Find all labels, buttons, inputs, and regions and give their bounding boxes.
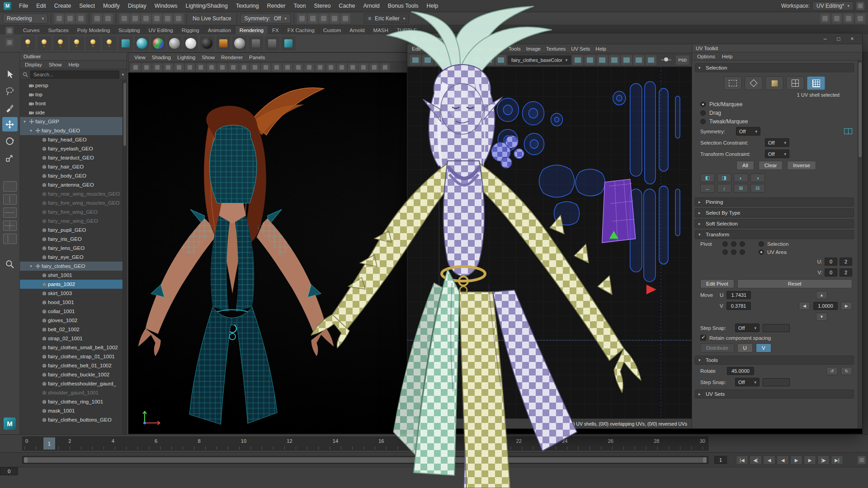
outliner-row-fairy-fore-wing-geo[interactable]: fairy_fore_wing_GEO xyxy=(20,207,127,216)
retain-spacing-row[interactable]: Retain component spacing xyxy=(693,333,856,342)
lighting-icon[interactable] xyxy=(315,63,325,71)
move-right-button[interactable]: ▶ xyxy=(841,302,852,310)
step-back-button[interactable]: ◀ xyxy=(763,455,775,465)
section-pinning[interactable]: ▸Pinning xyxy=(695,197,854,206)
outliner-row-shoulder-gaurd-1001[interactable]: shoulder_gaurd_1001 xyxy=(20,388,127,397)
outliner-row-skirt-1003[interactable]: skirt_1003 xyxy=(20,289,127,298)
ambient-light-icon[interactable] xyxy=(37,36,52,51)
scale-tool[interactable] xyxy=(2,150,18,165)
three-pane-layout[interactable] xyxy=(3,207,17,218)
psd-button[interactable]: PSD xyxy=(676,56,689,65)
menu-file[interactable]: File xyxy=(15,0,32,11)
menu-display[interactable]: Display xyxy=(124,0,151,11)
selection-constraint-dropdown[interactable]: Off ▾ xyxy=(765,138,789,147)
snap-to-point-icon[interactable] xyxy=(141,14,151,23)
rotate-angle-field[interactable]: 45.0000 xyxy=(727,367,754,375)
two-pane-layout[interactable] xyxy=(3,194,17,205)
select-face-icon[interactable] xyxy=(765,76,783,90)
texture-selector[interactable]: fairy_clothes_baseColor ▾ xyxy=(508,56,571,65)
undo-icon[interactable] xyxy=(92,14,102,23)
move-step-field[interactable]: 1.0000 xyxy=(813,302,838,310)
redo-icon[interactable] xyxy=(103,14,113,23)
outliner-row-hood-1001[interactable]: hood_1001 xyxy=(20,298,127,307)
workspace-selector[interactable]: UV Editing* ▾ xyxy=(812,1,854,10)
resolution-gate-icon[interactable] xyxy=(228,63,238,71)
section-select-by-type[interactable]: ▸Select By Type xyxy=(695,208,854,217)
pivot-position-radio[interactable] xyxy=(740,249,745,255)
exposure-icon[interactable] xyxy=(380,63,390,71)
outliner-row-fairy-body-geo[interactable]: ▾fairy_body_GEO xyxy=(20,126,127,135)
section-selection[interactable]: ▾ Selection xyxy=(695,63,854,72)
phong-material-icon[interactable] xyxy=(200,36,214,51)
uv-toolkit-scrollbar[interactable] xyxy=(858,61,862,428)
shelf-tab-fx[interactable]: FX xyxy=(268,26,283,34)
x-ray-icon[interactable] xyxy=(369,63,379,71)
shelf-menu-icon[interactable] xyxy=(5,27,14,35)
file-texture-icon[interactable] xyxy=(265,36,279,51)
select-camera-icon[interactable] xyxy=(131,63,141,71)
select-tool[interactable] xyxy=(2,67,18,81)
select-uv-shell-icon[interactable] xyxy=(807,76,825,90)
volume-light-icon[interactable] xyxy=(102,36,117,51)
point-light-icon[interactable] xyxy=(70,36,84,51)
outliner-menu-help[interactable]: Help xyxy=(66,61,83,68)
toggle-attribute-editor-icon[interactable] xyxy=(820,14,830,23)
uv-editor-menu-select[interactable]: Select xyxy=(440,45,460,52)
outliner-row-fairy-clothes-belt-01-1002[interactable]: fairy_clothes_belt_01_1002 xyxy=(20,361,127,370)
pivot-u-min-field[interactable]: 0 xyxy=(825,258,837,266)
image-dim-slider[interactable] xyxy=(661,59,671,61)
lambert-material-icon[interactable] xyxy=(184,36,198,51)
pivot-uv-area-radio[interactable] xyxy=(759,249,764,255)
outliner-row-gloves-1002[interactable]: gloves_1002 xyxy=(20,316,127,325)
move-v-field[interactable]: 0.3781 xyxy=(726,302,751,310)
move-tool[interactable] xyxy=(2,117,18,131)
outliner-row-fairy-clothes-geo[interactable]: ▾fairy_clothes_GEO xyxy=(20,262,127,271)
outliner-row-fairy-iris-geo[interactable]: fairy_iris_GEO xyxy=(20,235,127,244)
search-input[interactable]: Search... xyxy=(30,70,119,79)
shelf-tab-surfaces[interactable]: Surfaces xyxy=(44,26,73,34)
distribute-button[interactable]: Distribute xyxy=(700,343,734,352)
grow-selection-icon[interactable]: ◧ xyxy=(700,174,715,182)
blinn-material-icon[interactable] xyxy=(167,36,182,51)
spot-light-icon[interactable] xyxy=(86,36,100,51)
outliner-row-fairy-clothes-ring-1001[interactable]: fairy_clothes_ring_1001 xyxy=(20,397,127,406)
go-to-start-button[interactable]: |◀ xyxy=(736,455,748,465)
all-button[interactable]: All xyxy=(736,161,754,170)
safe-title-icon[interactable] xyxy=(272,63,282,71)
uv-editor-menu-tools[interactable]: Tools xyxy=(506,45,524,52)
pivot-position-radio[interactable] xyxy=(731,249,736,255)
uv-editor-menu-textures[interactable]: Textures xyxy=(543,45,568,52)
shade-uvs-icon[interactable] xyxy=(609,55,620,65)
menu-bonus-tools[interactable]: Bonus Tools xyxy=(384,0,423,11)
new-scene-icon[interactable] xyxy=(54,14,64,23)
shelf-tab-rendering[interactable]: Rendering xyxy=(236,26,268,34)
uv-editor-menu-edit[interactable]: Edit xyxy=(409,45,424,52)
select-edge-loop-icon[interactable]: ↔ xyxy=(700,184,715,192)
isolate-select-icon[interactable] xyxy=(359,63,368,71)
outliner-row-fairy-clothes-buttons-geo[interactable]: fairy_clothes_buttons_GEO xyxy=(20,415,127,424)
outliner-row-belt-02-1002[interactable]: belt_02_1002 xyxy=(20,325,127,334)
menu-set-selector[interactable]: Rendering ▾ xyxy=(3,14,48,23)
menu-stereo[interactable]: Stereo xyxy=(310,0,335,11)
shelf-tab-uv-editing[interactable]: UV Editing xyxy=(144,26,177,34)
inverse-button[interactable]: Inverse xyxy=(787,161,816,170)
workspace-options-icon[interactable] xyxy=(856,2,864,10)
move-up-button[interactable]: ▲ xyxy=(816,291,827,299)
shaded-icon[interactable] xyxy=(293,63,303,71)
menu-toon[interactable]: Toon xyxy=(289,0,310,11)
zoom-icon[interactable] xyxy=(2,257,18,271)
select-shell-icon[interactable]: ⊞ xyxy=(734,184,748,192)
select-marquee-icon[interactable] xyxy=(724,76,742,90)
outliner-row-top[interactable]: top xyxy=(20,90,127,99)
uv-canvas[interactable] xyxy=(407,67,692,418)
shrink-selection-icon[interactable]: ◨ xyxy=(717,174,731,182)
menu-modify[interactable]: Modify xyxy=(99,0,124,11)
minimize-button[interactable]: – xyxy=(818,34,832,43)
shelf-tab-curves[interactable]: Curves xyxy=(19,26,44,34)
uv-editor-menu-uv-sets[interactable]: UV Sets xyxy=(568,45,593,52)
pivot-position-radio[interactable] xyxy=(740,241,745,247)
expand-arrow-icon[interactable]: ▾ xyxy=(28,128,34,133)
outliner-row-fairy-fore-wing-muscles-geo[interactable]: fairy_fore_wing_muscles_GEO xyxy=(20,198,127,207)
surface-shader-icon[interactable] xyxy=(232,36,247,51)
toggle-channel-box-icon[interactable] xyxy=(844,14,854,23)
